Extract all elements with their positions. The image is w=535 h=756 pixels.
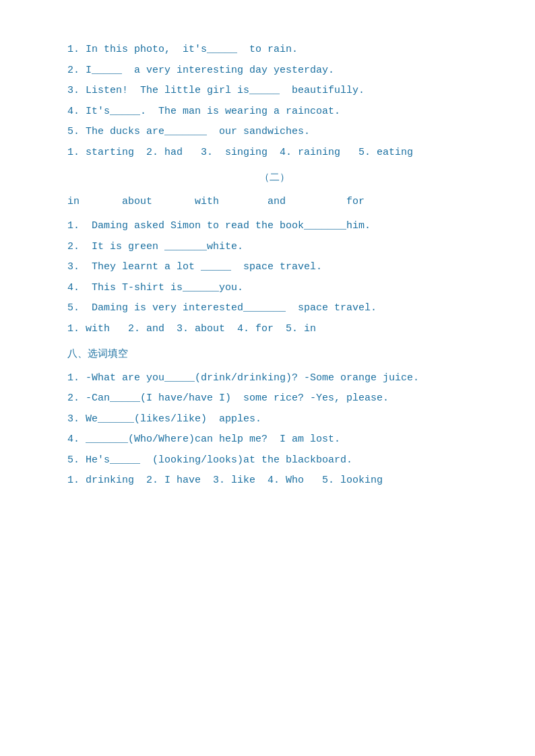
section2-word-options: in about with and for	[67, 193, 481, 212]
q1-1: 1. In this photo, it's_____ to rain.	[67, 40, 481, 60]
q3-3: 3. We______(likes/like) apples.	[67, 410, 481, 429]
q2-5: 5. Daming is very interested_______ spac…	[67, 299, 481, 318]
q2-4: 4. This T-shirt is______you.	[67, 279, 481, 298]
q2-2: 2. It is green _______white.	[67, 238, 481, 257]
word-options-line: in about with and for	[67, 193, 481, 212]
answers2: 1. with 2. and 3. about 4. for 5. in	[67, 320, 481, 339]
answers1: 1. starting 2. had 3. singing 4. raining…	[67, 143, 481, 163]
section3-questions: 1. -What are you_____(drink/drinking)? -…	[67, 369, 481, 471]
section2-title: （二）	[67, 169, 481, 188]
q2-3: 3. They learnt a lot _____ space travel.	[67, 258, 481, 277]
section2-questions: 1. Daming asked Simon to read the book__…	[67, 217, 481, 318]
section1-questions: 1. In this photo, it's_____ to rain. 2. …	[67, 40, 481, 142]
section3-answers: 1. drinking 2. I have 3. like 4. Who 5. …	[67, 471, 481, 491]
q3-4: 4. _______(Who/Where)can help me? I am l…	[67, 430, 481, 450]
q2-1: 1. Daming asked Simon to read the book__…	[67, 217, 481, 236]
q3-1: 1. -What are you_____(drink/drinking)? -…	[67, 369, 481, 388]
answers3: 1. drinking 2. I have 3. like 4. Who 5. …	[67, 471, 481, 491]
q3-5: 5. He's_____ (looking/looks)at the black…	[67, 451, 481, 471]
section2-header: （二）	[67, 169, 481, 188]
q1-3: 3. Listen! The little girl is_____ beaut…	[67, 81, 481, 101]
page-content: 1. In this photo, it's_____ to rain. 2. …	[67, 40, 481, 491]
q1-4: 4. It's_____. The man is wearing a rainc…	[67, 102, 481, 122]
section3-title: 八、选词填空	[67, 349, 128, 360]
q1-5: 5. The ducks are_______ our sandwiches.	[67, 123, 481, 142]
q1-2: 2. I_____ a very interesting day yesterd…	[67, 61, 481, 81]
section1-answers: 1. starting 2. had 3. singing 4. raining…	[67, 143, 481, 163]
section2-answers: 1. with 2. and 3. about 4. for 5. in	[67, 320, 481, 339]
q3-2: 2. -Can_____(I have/have I) some rice? -…	[67, 389, 481, 409]
section3-heading-container: 八、选词填空	[67, 345, 481, 365]
